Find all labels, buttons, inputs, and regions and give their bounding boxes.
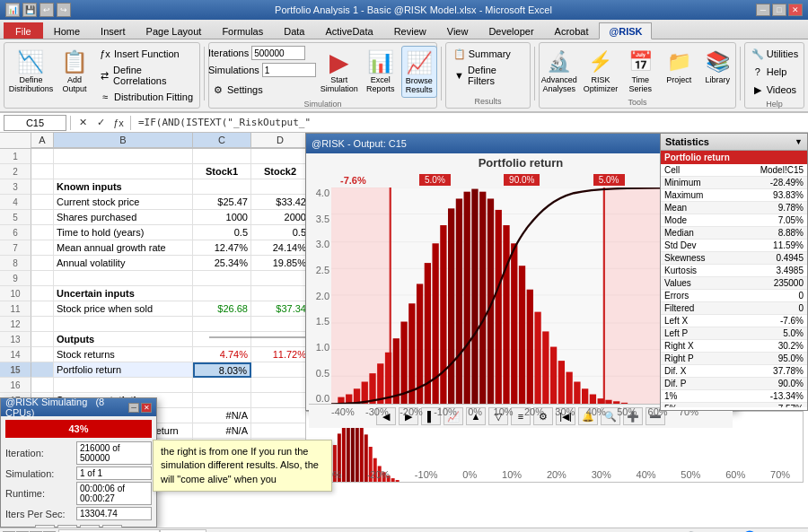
settings-button[interactable]: ⚙ Settings [208,82,266,98]
cell-c8[interactable]: 25.34% [193,256,251,271]
cell-c2[interactable]: Stock1 [193,164,251,179]
define-correlations-button[interactable]: ⇄ Define Correlations [95,64,196,87]
insert-function-button[interactable]: ƒx Insert Function [95,46,196,62]
stats-dropdown-icon[interactable]: ▼ [795,137,803,146]
cell-a3[interactable] [31,179,54,195]
tab-acrobat[interactable]: Acrobat [545,22,599,39]
cancel-formula-button[interactable]: ✕ [75,115,91,131]
cell-d4[interactable]: $33.42 [251,195,310,210]
cell-b14[interactable]: Stock returns [54,347,193,362]
col-header-b[interactable]: B [54,133,193,148]
cell-c18[interactable]: #N/A [193,408,251,423]
tab-review[interactable]: Review [384,22,436,39]
col-header-d[interactable]: D [251,133,310,148]
cell-d17[interactable] [251,393,310,408]
sim-close-button[interactable]: ✕ [141,403,152,413]
library-button[interactable]: 📚 Library [699,46,735,87]
cell-d19[interactable] [251,423,310,439]
tab-developer[interactable]: Developer [479,22,543,39]
cell-b9[interactable] [54,271,193,286]
define-distributions-button[interactable]: 📉 DefineDistributions [8,46,54,96]
cell-d9[interactable] [251,271,310,286]
col-header-a[interactable]: A [31,133,54,148]
videos-button[interactable]: ▶ Videos [748,82,801,98]
project-button[interactable]: 📁 Project [661,46,697,87]
cell-a16[interactable] [31,378,54,393]
tab-risk[interactable]: @RISK [599,22,652,39]
tab-formulas[interactable]: Formulas [212,22,273,39]
start-simulation-button[interactable]: ▶ StartSimulation [319,46,360,96]
cell-b7[interactable]: Mean annual growth rate [54,240,193,256]
cell-b13[interactable]: Outputs [54,332,193,347]
cell-d10[interactable] [251,286,310,301]
confirm-formula-button[interactable]: ✓ [92,115,109,131]
cell-b1[interactable] [54,149,193,164]
cell-a12[interactable] [31,317,54,332]
cell-b12[interactable] [54,317,193,332]
cell-b8[interactable]: Annual volatility [54,256,193,271]
col-header-c[interactable]: C [193,133,251,148]
cell-c9[interactable] [193,271,251,286]
cell-a4[interactable] [31,195,54,210]
sim-stop-button[interactable]: ⏹ [35,525,55,528]
cell-c6[interactable]: 0.5 [193,225,251,240]
cell-d16[interactable] [251,378,310,393]
cell-d2[interactable]: Stock2 [251,164,310,179]
excel-reports-button[interactable]: 📊 ExcelReports [363,46,399,96]
define-filters-button[interactable]: ▼ Define Filters [450,64,526,87]
tab-active-data[interactable]: ActiveData [315,22,382,39]
minimize-button[interactable]: ─ [756,4,770,16]
cell-b15[interactable]: Portfolio return [54,362,193,378]
cell-b2[interactable] [54,164,193,179]
quick-access-save[interactable]: 💾 [22,3,37,17]
time-series-button[interactable]: 📅 TimeSeries [622,46,658,96]
cell-b11[interactable]: Stock price when sold [54,301,193,317]
cell-d11[interactable]: $37.34 [251,301,310,317]
cell-a13[interactable] [31,332,54,347]
risk-optimizer-button[interactable]: ⚡ RISKOptimizer [582,46,620,96]
restore-button[interactable]: □ [772,4,786,16]
cell-c15[interactable]: 8.03% [193,362,251,378]
cell-a11[interactable] [31,301,54,317]
cell-d7[interactable]: 24.14% [251,240,310,256]
cell-a14[interactable] [31,347,54,362]
cell-c3[interactable] [193,179,251,195]
cell-a9[interactable] [31,271,54,286]
cell-c16[interactable] [193,378,251,393]
tab-data[interactable]: Data [274,22,314,39]
tab-insert[interactable]: Insert [91,22,136,39]
cell-d15[interactable] [251,362,310,378]
cell-a7[interactable] [31,240,54,256]
iterations-input[interactable] [251,46,305,60]
cell-d18[interactable] [251,408,310,423]
cell-c5[interactable]: 1000 [193,210,251,225]
cell-b10[interactable]: Uncertain inputs [54,286,193,301]
cell-c11[interactable]: $26.68 [193,301,251,317]
sim-minimize-button[interactable]: ─ [128,403,139,413]
sim-step-button[interactable]: ⏭ [80,525,100,528]
cell-a2[interactable] [31,164,54,179]
cell-a8[interactable] [31,256,54,271]
cell-a15[interactable] [31,362,54,378]
utilities-button[interactable]: 🔧 Utilities [748,46,801,62]
sim-pause-button[interactable]: ⏸ [57,525,77,528]
cell-c7[interactable]: 12.47% [193,240,251,256]
cell-b6[interactable]: Time to hold (years) [54,225,193,240]
browse-results-button[interactable]: 📈 BrowseResults [401,46,437,98]
close-button[interactable]: ✕ [788,4,803,16]
tab-file[interactable]: File [4,22,43,39]
sim-fast-button[interactable]: ⏩ [102,525,122,528]
cell-d3[interactable] [251,179,310,195]
cell-c1[interactable] [193,149,251,164]
add-output-button[interactable]: 📋 AddOutput [57,46,92,96]
cell-b3[interactable]: Known inputs [54,179,193,195]
cell-c4[interactable]: $25.47 [193,195,251,210]
tab-home[interactable]: Home [44,22,90,39]
cell-b16[interactable] [54,378,193,393]
cell-b5[interactable]: Shares purchased [54,210,193,225]
cell-d8[interactable]: 19.85% [251,256,310,271]
tab-view[interactable]: View [437,22,479,39]
summary-button[interactable]: 📋 Summary [450,46,526,62]
cell-a1[interactable] [31,149,54,164]
quick-access-redo[interactable]: ↪ [57,3,71,17]
